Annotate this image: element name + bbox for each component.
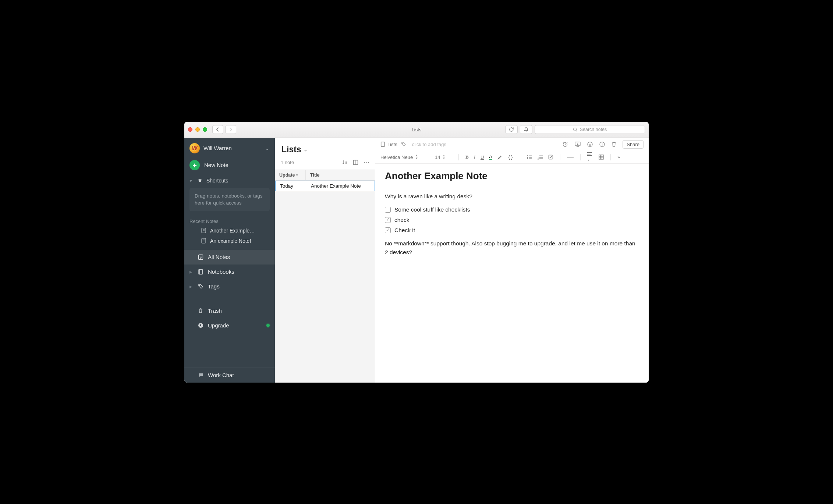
svg-point-0 bbox=[573, 128, 576, 131]
table-button[interactable] bbox=[599, 155, 604, 160]
recent-note-item[interactable]: An example Note! bbox=[184, 236, 275, 246]
code-block-button[interactable]: {} bbox=[508, 155, 514, 160]
more-formatting-button[interactable]: » bbox=[617, 155, 619, 160]
highlight-button[interactable] bbox=[497, 155, 503, 160]
bullet-list-button[interactable] bbox=[527, 155, 532, 160]
svg-rect-31 bbox=[587, 155, 592, 156]
sidebar-trash[interactable]: Trash bbox=[184, 304, 275, 318]
sync-button[interactable] bbox=[505, 125, 518, 134]
checkbox[interactable] bbox=[385, 207, 391, 213]
recent-notes-label: Recent Notes bbox=[184, 216, 275, 226]
checklist-text: Some cool stuff like checklists bbox=[394, 205, 470, 214]
all-notes-label: All Notes bbox=[208, 254, 230, 260]
font-size-select[interactable]: 14 ▲▼ bbox=[435, 154, 452, 160]
note-list-header: Update ▾ Title bbox=[275, 170, 375, 181]
more-options-button[interactable]: ··· bbox=[364, 160, 370, 165]
chevron-down-icon: ▾ bbox=[296, 173, 298, 177]
svg-rect-30 bbox=[587, 154, 591, 155]
reminder-button[interactable] bbox=[562, 141, 568, 148]
recent-note-item[interactable]: Another Example… bbox=[184, 226, 275, 236]
svg-rect-7 bbox=[354, 160, 358, 164]
svg-rect-8 bbox=[381, 142, 385, 146]
annotate-button[interactable]: a bbox=[587, 141, 593, 148]
note-list-panel: Lists ⌄ 1 note ··· Update bbox=[275, 138, 375, 383]
svg-rect-19 bbox=[529, 155, 532, 156]
svg-rect-21 bbox=[529, 158, 532, 159]
note-list-empty-area bbox=[275, 191, 375, 383]
notes-icon bbox=[198, 254, 203, 260]
column-title[interactable]: Title bbox=[306, 170, 375, 180]
sidebar-notebooks[interactable]: ▸ Notebooks bbox=[184, 265, 275, 279]
sidebar-all-notes[interactable]: All Notes bbox=[184, 250, 275, 265]
svg-text:3: 3 bbox=[538, 158, 539, 160]
new-note-label: New Note bbox=[204, 162, 228, 168]
checklist-item[interactable]: Some cool stuff like checklists bbox=[385, 205, 639, 214]
trash-icon bbox=[198, 308, 203, 314]
sidebar-tags[interactable]: ▸ Tags bbox=[184, 279, 275, 294]
alignment-button[interactable]: ▾ bbox=[587, 152, 593, 162]
search-icon bbox=[573, 127, 578, 132]
note-body[interactable]: Why is a raven like a writing desk? Some… bbox=[375, 185, 649, 263]
row-update: Today bbox=[276, 181, 306, 191]
tags-label: Tags bbox=[208, 283, 220, 290]
delete-button[interactable] bbox=[611, 141, 617, 148]
notebooks-label: Notebooks bbox=[208, 269, 234, 275]
checklist-item[interactable]: Check it bbox=[385, 226, 639, 235]
checklist-text: check bbox=[394, 216, 410, 224]
note-count: 1 note bbox=[281, 160, 294, 165]
sort-button[interactable] bbox=[342, 160, 348, 165]
checkbox[interactable] bbox=[385, 217, 391, 223]
numbered-list-button[interactable]: 123 bbox=[538, 155, 543, 160]
present-button[interactable] bbox=[574, 141, 581, 147]
maximize-window-button[interactable] bbox=[203, 127, 207, 132]
minimize-window-button[interactable] bbox=[195, 127, 200, 132]
notifications-button[interactable] bbox=[520, 125, 532, 134]
stepper-icon: ▲▼ bbox=[442, 154, 445, 160]
search-input[interactable]: Search notes bbox=[535, 125, 645, 134]
font-select[interactable]: Helvetica Neue ▲▼ bbox=[380, 154, 432, 160]
horizontal-rule-button[interactable] bbox=[567, 157, 574, 157]
view-toggle-button[interactable] bbox=[353, 160, 358, 165]
checklist-button[interactable] bbox=[548, 155, 553, 160]
format-toolbar: Helvetica Neue ▲▼ 14 ▲▼ B I U a {} bbox=[375, 151, 649, 164]
tags-input[interactable]: click to add tags bbox=[412, 142, 446, 147]
checklist-item[interactable]: check bbox=[385, 216, 639, 224]
checkbox[interactable] bbox=[385, 227, 391, 233]
text-color-button[interactable]: a bbox=[489, 155, 492, 160]
notebook-selector[interactable]: Lists ⌄ bbox=[281, 145, 368, 155]
svg-rect-4 bbox=[199, 269, 203, 274]
shortcuts-dropzone[interactable]: Drag notes, notebooks, or tags here for … bbox=[189, 188, 270, 211]
sidebar-shortcuts[interactable]: ▾ Shortcuts bbox=[184, 175, 275, 186]
chevron-down-icon: ⌄ bbox=[265, 145, 270, 152]
recent-note-label: Another Example… bbox=[210, 228, 255, 234]
note-icon bbox=[201, 238, 206, 244]
user-name: Will Warren bbox=[203, 145, 232, 151]
svg-text:a: a bbox=[589, 143, 591, 146]
close-window-button[interactable] bbox=[188, 127, 192, 132]
forward-button[interactable] bbox=[225, 125, 236, 134]
notebook-crumb[interactable]: Lists bbox=[380, 142, 397, 147]
share-button[interactable]: Share bbox=[623, 140, 644, 149]
info-button[interactable] bbox=[599, 141, 605, 148]
note-list-row[interactable]: Today Another Example Note bbox=[275, 181, 375, 191]
note-title[interactable]: Another Example Note bbox=[375, 164, 649, 185]
new-note-button[interactable]: ＋ New Note bbox=[184, 157, 275, 175]
checklist: Some cool stuff like checklists check Ch… bbox=[385, 205, 639, 235]
account-menu[interactable]: W Will Warren ⌄ bbox=[184, 138, 275, 157]
italic-button[interactable]: I bbox=[474, 154, 475, 160]
paragraph: Why is a raven like a writing desk? bbox=[385, 192, 639, 201]
back-button[interactable] bbox=[212, 125, 223, 134]
chevron-down-icon: ⌄ bbox=[304, 147, 308, 152]
underline-button[interactable]: U bbox=[481, 155, 484, 160]
svg-rect-29 bbox=[587, 152, 592, 153]
svg-rect-20 bbox=[529, 157, 532, 157]
upgrade-icon bbox=[198, 323, 203, 329]
sidebar-upgrade[interactable]: Upgrade bbox=[184, 318, 275, 333]
column-update[interactable]: Update ▾ bbox=[275, 170, 306, 180]
row-title: Another Example Note bbox=[306, 181, 375, 191]
bold-button[interactable]: B bbox=[465, 154, 469, 160]
svg-rect-28 bbox=[549, 155, 553, 159]
tag-icon[interactable] bbox=[401, 142, 406, 147]
chevron-down-icon: ▾ bbox=[189, 178, 193, 184]
sidebar-workchat[interactable]: Work Chat bbox=[184, 368, 275, 383]
